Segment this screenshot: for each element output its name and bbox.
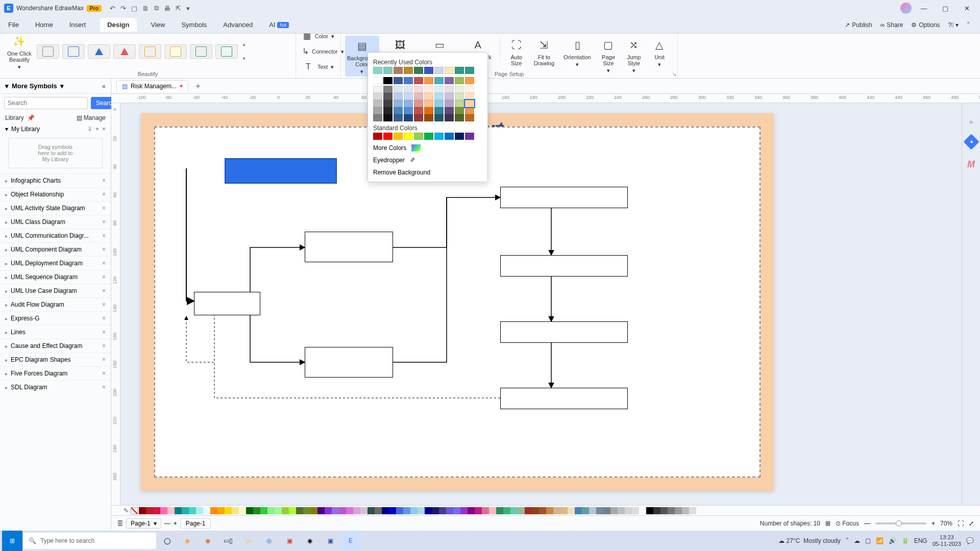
palette-swatch[interactable] [239,507,246,514]
page-size-button[interactable]: ▢Page Size ▾ [597,36,620,74]
add-page-button[interactable]: + [174,520,177,527]
search-input[interactable] [4,97,88,109]
palette-swatch[interactable] [596,507,603,514]
category-remove-icon[interactable]: × [102,218,106,226]
palette-swatch[interactable] [253,507,260,514]
palette-swatch[interactable] [217,507,225,514]
mylib-import-icon[interactable]: ⇩ [87,126,92,133]
print-icon[interactable]: 🖶 [164,5,170,12]
palette-swatch[interactable] [468,507,475,514]
add-tab-button[interactable]: + [192,82,203,91]
minimize-button[interactable]: — [915,5,933,12]
theme-color-swatch[interactable] [445,77,454,84]
panel-toggle-icon[interactable]: ▾ [5,82,9,90]
category-item[interactable]: UML Activity State Diagram× [0,201,111,215]
palette-swatch[interactable] [582,507,589,514]
document-tab[interactable]: ▤ Risk Managem... • [116,80,188,92]
focus-button[interactable]: ⊙ Focus [836,520,859,527]
palette-swatch[interactable] [546,507,553,514]
palette-swatch[interactable] [668,507,675,514]
palette-swatch[interactable] [460,507,468,514]
theme-color-button[interactable]: ▦Color ▾ [300,29,336,43]
theme-shade-swatch[interactable] [424,93,433,100]
theme-color-swatch[interactable] [383,77,393,84]
palette-swatch[interactable] [396,507,403,514]
palette-swatch[interactable] [660,507,668,514]
palette-swatch[interactable] [560,507,568,514]
palette-swatch[interactable] [439,507,446,514]
volume-icon[interactable]: 🔊 [889,537,896,544]
category-remove-icon[interactable]: × [102,370,106,377]
palette-swatch[interactable] [646,507,653,514]
category-item[interactable]: EPC Diagram Shapes× [0,353,111,366]
flowchart-node-selected[interactable] [225,158,337,184]
standard-color-swatch[interactable] [465,133,474,140]
meet-now-icon[interactable]: ▢ [865,537,871,544]
snap-icon[interactable]: ⊞ [825,520,830,527]
palette-swatch[interactable] [553,507,560,514]
theme-color-swatch[interactable] [404,77,413,84]
tab-home[interactable]: Home [33,18,55,32]
palette-swatch[interactable] [425,507,432,514]
category-item[interactable]: Cause and Effect Diagram× [0,339,111,353]
palette-swatch[interactable] [418,507,425,514]
theme-shade-swatch[interactable] [404,86,413,93]
palette-swatch[interactable] [503,507,510,514]
preset-scroll-up[interactable]: ▲ [242,42,247,47]
zoom-percent[interactable]: 70% [940,520,952,527]
category-remove-icon[interactable]: × [102,301,106,308]
category-item[interactable]: UML Class Diagram× [0,215,111,229]
palette-swatch[interactable] [632,507,639,514]
cortana-icon[interactable]: ◯ [157,531,177,551]
category-remove-icon[interactable]: × [102,384,106,391]
palette-swatch[interactable] [353,507,360,514]
text-style-button[interactable]: TText ▾ [300,60,336,74]
save-icon[interactable]: 🗎 [142,5,149,12]
theme-shade-swatch[interactable] [373,107,382,114]
theme-shade-swatch[interactable] [404,100,413,107]
palette-swatch[interactable] [496,507,503,514]
redo-icon[interactable]: ↷ [120,5,126,12]
avatar[interactable] [900,3,912,14]
palette-swatch[interactable] [489,507,496,514]
tab-design[interactable]: Design [100,18,136,32]
palette-swatch[interactable] [689,507,696,514]
style-preset-3[interactable] [88,44,110,59]
palette-swatch[interactable] [453,507,460,514]
theme-shade-swatch[interactable] [465,93,474,100]
style-preset-1[interactable] [37,44,59,59]
theme-shade-swatch[interactable] [394,107,403,114]
palette-swatch[interactable] [518,507,525,514]
theme-shade-swatch[interactable] [434,107,444,114]
palette-swatch[interactable] [196,507,203,514]
mylib-dropzone[interactable]: Drag symbols here to add to My Library [8,138,103,168]
category-item[interactable]: Five Forces Diagram× [0,366,111,380]
theme-shade-swatch[interactable] [445,114,454,121]
zoom-slider[interactable] [875,522,926,524]
category-remove-icon[interactable]: × [102,342,106,349]
page-tab-1[interactable]: Page-1 [180,518,211,529]
publish-button[interactable]: ↗ Publish [845,21,872,29]
page-selector[interactable]: Page-1 ▾ [126,518,161,529]
palette-swatch[interactable] [410,507,418,514]
one-click-beautify-button[interactable]: ✨ One Click Beautify ▾ [4,32,35,71]
theme-shade-swatch[interactable] [404,93,413,100]
theme-shade-swatch[interactable] [404,107,413,114]
standard-color-swatch[interactable] [414,133,423,140]
taskbar-search[interactable]: 🔍 Type here to search [23,533,156,549]
collapse-panel-icon[interactable]: « [102,82,106,90]
remove-background-button[interactable]: Remove Background [373,166,482,179]
battery-icon[interactable]: 🔋 [901,537,909,544]
theme-color-swatch[interactable] [424,77,433,84]
theme-shade-swatch[interactable] [373,86,382,93]
palette-swatch[interactable] [167,507,175,514]
style-preset-7[interactable] [190,44,212,59]
theme-shade-swatch[interactable] [373,114,382,121]
help-icon[interactable]: ?⃝ ▾ [948,21,959,29]
palette-swatch[interactable] [260,507,267,514]
prev-page-button[interactable]: — [164,520,170,527]
category-remove-icon[interactable]: × [102,205,106,212]
recent-color-swatch[interactable] [414,67,423,74]
category-remove-icon[interactable]: × [102,356,106,363]
style-preset-6[interactable] [164,44,187,59]
